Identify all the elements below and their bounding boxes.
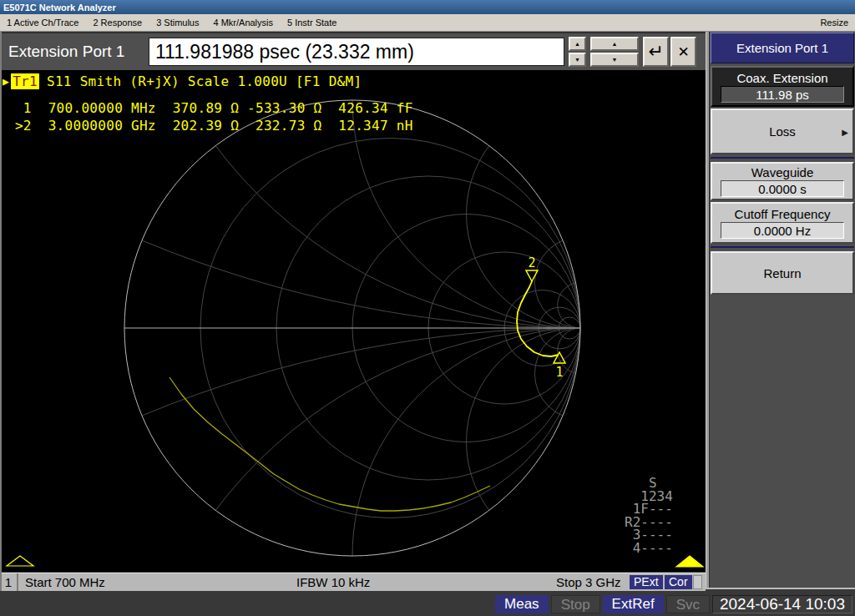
menu-instr-state[interactable]: 5 Instr State [287,18,336,28]
screen-left-edge [0,32,2,591]
softkey-waveguide[interactable]: Waveguide 0.0000 s [711,162,854,200]
menu-bar: 1 Active Ch/Trace 2 Response 3 Stimulus … [0,14,855,32]
channel-number: 1 [0,573,18,591]
menu-stimulus[interactable]: 3 Stimulus [156,18,199,28]
sweep-stop-status-badge: Stop [551,595,600,613]
entry-toolbar: Extension Port 1 ▲ ▼ ▲ ▼ ↵ ✕ [0,32,706,70]
softkey-label: Coax. Extension [736,71,827,85]
softkey-label: Loss [769,124,796,139]
ifbw-label: IFBW 10 kHz [296,573,370,591]
trace-info-line: ▶Tr1S11 Smith (R+jX) Scale 1.000U [F1 D&… [3,73,362,89]
menu-resize[interactable]: Resize [820,18,848,28]
softkey-menu-title: Extension Port 1 [711,33,854,63]
analyzer-screen: E5071C Network Analyzer 1 Active Ch/Trac… [0,0,855,616]
close-icon: ✕ [677,43,689,61]
svg-text:2: 2 [528,255,535,270]
softkey-group-separator [711,245,854,250]
smith-chart-display: 12 ▶Tr1S11 Smith (R+jX) Scale 1.000U [F1… [0,70,706,572]
meas-status-badge: Meas [495,595,549,613]
softkey-value: 111.98 ps [721,86,844,103]
spin-down-large-button[interactable]: ▼ [590,53,639,67]
enter-button[interactable]: ↵ [643,37,669,67]
marker-readout-table: 1 700.00000 MHz 370.89 Ω -533.30 Ω 426.3… [7,99,413,134]
extref-status-badge: ExtRef [603,595,664,613]
active-trace-arrow-icon: ▶ [3,75,9,88]
correction-badge: Cor [665,575,692,589]
softkey-label: Waveguide [751,165,814,179]
softkey-sidebar: Extension Port 1 Coax. Extension 111.98 … [706,32,855,589]
enter-icon: ↵ [648,41,663,63]
softkey-return[interactable]: Return [711,251,854,295]
sparameter-matrix-legend: S 1234 1F--- R2---- 3---- 4---- [625,477,673,554]
spin-down-small-button[interactable]: ▼ [569,53,586,67]
channel-status-bar: 1 Start 700 MHz IFBW 10 kHz Stop 3 GHz P… [0,573,706,591]
svc-status-badge: Svc [666,595,710,613]
softkey-coax-extension[interactable]: Coax. Extension 111.98 ps [711,66,854,107]
window-title: E5071C Network Analyzer [3,3,116,13]
port-extension-badge: PExt [630,575,663,589]
spin-up-small-button[interactable]: ▲ [569,37,586,51]
menu-active-ch-trace[interactable]: 1 Active Ch/Trace [7,18,78,28]
start-frequency-label: Start 700 MHz [25,573,105,591]
channel-bar-end-box [693,575,702,589]
instrument-status-bar: Meas Stop ExtRef Svc 2024-06-14 10:03 [0,593,855,616]
smith-chart-svg: 12 [0,70,706,572]
softkey-label: Return [763,266,801,280]
trace-title: S11 Smith (R+jX) Scale 1.000U [F1 D&M] [47,73,362,89]
close-entry-button[interactable]: ✕ [670,37,696,67]
window-title-bar: E5071C Network Analyzer [0,0,855,14]
spin-up-large-button[interactable]: ▲ [590,37,639,51]
softkey-group-separator [711,156,854,160]
softkey-scroll-strip[interactable] [706,32,710,588]
extension-value-input[interactable] [149,38,564,66]
datetime-display: 2024-06-14 10:03 [712,595,852,613]
menu-mkr-analysis[interactable]: 4 Mkr/Analysis [213,18,273,28]
softkey-cutoff-frequency[interactable]: Cutoff Frequency 0.0000 Hz [711,202,854,244]
stop-frequency-label: Stop 3 GHz [556,573,621,591]
softkey-label: Cutoff Frequency [735,207,831,221]
softkey-value: 0.0000 s [721,180,844,197]
entry-label: Extension Port 1 [8,43,149,61]
submenu-arrow-icon: ▶ [842,127,848,136]
svg-text:1: 1 [555,365,563,380]
softkey-value: 0.0000 Hz [721,222,844,239]
trace-badge[interactable]: Tr1 [11,73,39,89]
softkey-loss[interactable]: Loss ▶ [711,109,854,154]
menu-response[interactable]: 2 Response [93,18,142,28]
